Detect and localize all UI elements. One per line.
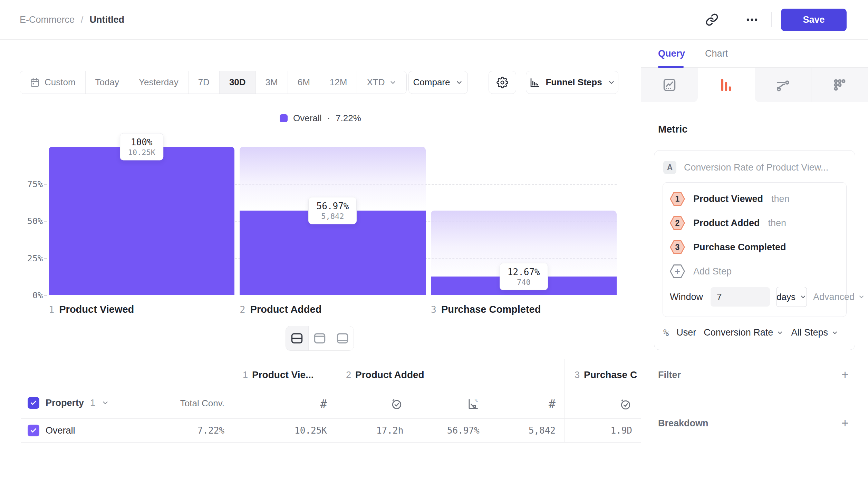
query-step-3[interactable]: 3 Purchase Completed [670, 235, 839, 259]
top-actions: Save [703, 9, 847, 31]
window-value-input[interactable] [711, 287, 770, 307]
page-title[interactable]: Untitled [90, 14, 125, 25]
chevron-down-icon [455, 79, 463, 86]
measure-type-select[interactable]: Conversion Rate [704, 327, 783, 338]
measure-scope-select[interactable]: All Steps [791, 327, 838, 338]
save-button[interactable]: Save [781, 9, 847, 31]
range-label: Today [95, 77, 119, 88]
range-label: Yesterday [139, 77, 179, 88]
window-unit-select[interactable]: days [776, 287, 807, 307]
view-layout-toggles [286, 326, 354, 351]
funnel-step-labels: 1 Product Viewed 2 Product Added 3 Purch… [49, 304, 617, 315]
funnel-steps-selector[interactable]: Funnel Steps [526, 71, 618, 94]
step-name: Product Added [250, 304, 322, 315]
link-icon [705, 13, 718, 26]
cell-value: 1.9D [565, 425, 641, 436]
range-yesterday[interactable]: Yesterday [129, 71, 189, 94]
funnel-bar-step-1[interactable]: 100% 10.25K [49, 147, 234, 295]
column-step-number: 3 [575, 370, 580, 380]
metric-title-row[interactable]: A Conversion Rate of Product View... [663, 159, 847, 182]
badge-percent: 100% [128, 137, 155, 147]
conversion-window-row: Window days Advanced [670, 287, 839, 307]
measure-row: % User Conversion Rate All Steps [663, 317, 847, 348]
query-step-suffix: then [771, 194, 790, 204]
advanced-toggle[interactable]: Advanced [813, 292, 865, 302]
step-2-badge: 2 [670, 216, 685, 230]
range-30d-active[interactable]: 30D [220, 71, 256, 94]
chevron-down-icon [777, 329, 783, 336]
range-today[interactable]: Today [86, 71, 129, 94]
add-filter-button[interactable]: + [841, 369, 849, 381]
chart-settings-button[interactable] [489, 71, 516, 94]
funnel-steps-card: 1 Product Viewed then 2 Product Added th… [663, 182, 847, 317]
funnel-bar-step-2[interactable]: 56.97% 5,842 [240, 147, 425, 295]
column-step-name: Purchase C [584, 369, 637, 380]
chevron-down-icon[interactable] [102, 399, 109, 407]
step2-column-header[interactable]: 2Product Added % # [336, 359, 565, 418]
tab-query[interactable]: Query [658, 48, 685, 59]
chart-legend[interactable]: Overall · 7.22% [0, 113, 641, 124]
calendar-icon [30, 77, 40, 88]
filter-heading: Filter [658, 370, 681, 380]
row-checkbox[interactable] [28, 425, 39, 436]
step1-column-header[interactable]: 1Product Vie... # [233, 359, 336, 418]
cell-value: 56.97% [412, 425, 488, 436]
query-step-name: Product Viewed [693, 194, 763, 204]
range-xtd[interactable]: XTD [357, 71, 406, 94]
chart-only-view-toggle[interactable] [309, 326, 331, 350]
range-12m[interactable]: 12M [320, 71, 357, 94]
chevron-down-icon [608, 79, 615, 86]
breakdown-section: Breakdown + [658, 417, 849, 429]
advanced-label: Advanced [813, 292, 855, 302]
more-options-button[interactable] [743, 11, 761, 29]
funnel-value-badge: 100% 10.25K [120, 133, 163, 161]
compare-button[interactable]: Compare [408, 71, 468, 94]
window-unit-label: days [777, 292, 795, 302]
select-all-checkbox[interactable] [28, 397, 39, 409]
property-dropdown-label[interactable]: Property [46, 398, 84, 408]
check-icon [30, 427, 37, 434]
copy-link-button[interactable] [703, 11, 721, 29]
query-step-2[interactable]: 2 Product Added then [670, 211, 839, 235]
retention-chart-tab[interactable] [811, 68, 868, 102]
table-row-overall[interactable]: Overall 7.22% 10.25K 17.2h 56.97% 5,842 … [21, 418, 641, 443]
active-tab-underline [658, 66, 684, 68]
breadcrumb-parent[interactable]: E-Commerce [20, 14, 75, 25]
query-step-1[interactable]: 1 Product Viewed then [670, 187, 839, 211]
range-7d[interactable]: 7D [189, 71, 220, 94]
legend-overall-rate: 7.22% [336, 113, 361, 124]
funnel-chart-tab[interactable] [698, 68, 754, 102]
table-header-row: Property 1 Total Conv. 1Product Vie... #… [21, 359, 641, 418]
y-axis-label: 0% [14, 290, 43, 300]
tab-chart[interactable]: Chart [705, 48, 728, 59]
main-area: Custom Today Yesterday 7D 30D 3M 6M 12M … [0, 40, 641, 484]
panel-tabs: Query Chart [641, 40, 868, 68]
metric-title: Conversion Rate of Product View... [684, 162, 828, 173]
range-3m[interactable]: 3M [256, 71, 288, 94]
flow-chart-tab[interactable] [755, 68, 811, 102]
y-axis-tick [44, 295, 47, 296]
table-only-view-toggle[interactable] [331, 326, 354, 350]
funnel-bar-step-3[interactable]: 12.67% 740 [431, 147, 617, 295]
add-step-label: Add Step [693, 266, 732, 277]
split-view-toggle[interactable] [286, 326, 309, 350]
y-axis-tick [44, 258, 47, 259]
range-label: 7D [198, 77, 210, 88]
add-step-button[interactable]: + Add Step [670, 259, 839, 283]
add-breakdown-button[interactable]: + [841, 417, 849, 429]
insights-chart-tab[interactable] [641, 68, 698, 102]
more-options-icon [745, 13, 759, 27]
range-6m[interactable]: 6M [288, 71, 320, 94]
chart-type-label: Funnel Steps [546, 77, 602, 88]
step-1-badge: 1 [670, 192, 685, 206]
chart-type-strip [641, 68, 868, 102]
add-step-hexagon-icon: + [670, 264, 685, 278]
measure-entity[interactable]: User [676, 327, 696, 338]
step-label-2: 2 Product Added [240, 304, 425, 315]
range-label: 6M [298, 77, 310, 88]
badge-percent: 12.67% [508, 267, 540, 277]
range-custom[interactable]: Custom [20, 71, 86, 94]
total-conv-header[interactable]: Total Conv. [180, 398, 224, 409]
metric-heading: Metric [658, 124, 868, 135]
flow-icon [775, 77, 791, 93]
